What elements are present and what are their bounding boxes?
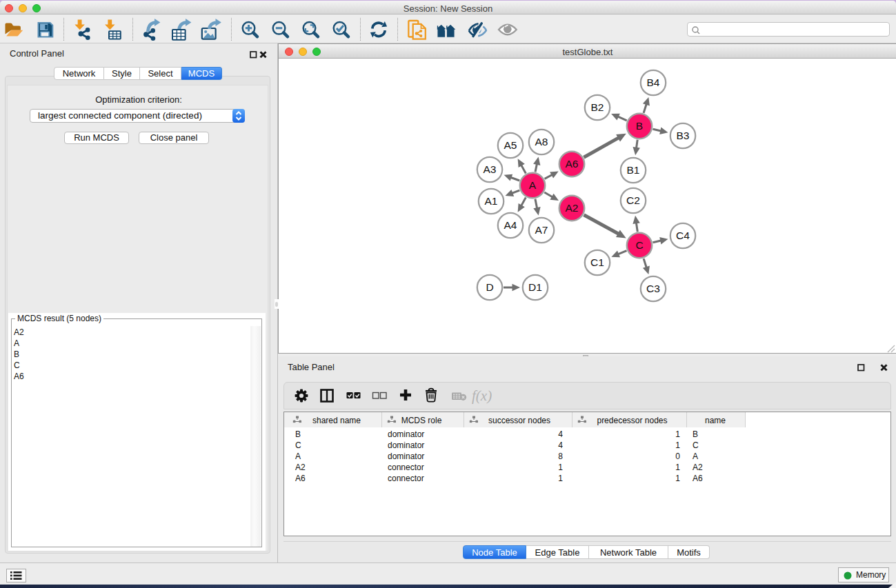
svg-text:D1: D1 [528, 281, 542, 293]
svg-text:dominator: dominator [388, 440, 424, 450]
svg-text:C1: C1 [590, 256, 604, 268]
svg-text:B: B [693, 429, 698, 439]
svg-text:dominator: dominator [388, 429, 424, 439]
svg-text:B: B [295, 429, 301, 439]
svg-text:C2: C2 [626, 194, 640, 206]
svg-text:C: C [295, 440, 301, 450]
svg-text:B1: B1 [627, 164, 640, 176]
svg-text:D: D [486, 281, 493, 293]
svg-text:C3: C3 [646, 283, 660, 294]
svg-text:A7: A7 [535, 224, 548, 236]
svg-text:4: 4 [558, 440, 563, 450]
svg-text:0: 0 [675, 452, 680, 461]
svg-text:A6: A6 [295, 474, 306, 483]
svg-text:MCDS role: MCDS role [401, 416, 442, 425]
svg-text:A8: A8 [535, 136, 548, 148]
svg-text:B2: B2 [591, 101, 604, 113]
svg-text:A6: A6 [566, 158, 579, 170]
svg-text:name: name [705, 416, 726, 425]
svg-text:connector: connector [388, 474, 424, 483]
svg-text:connector: connector [388, 463, 424, 472]
svg-text:8: 8 [558, 452, 563, 461]
svg-text:A5: A5 [504, 139, 517, 151]
svg-text:A3: A3 [484, 163, 497, 175]
svg-text:A6: A6 [693, 474, 703, 483]
svg-text:4: 4 [558, 429, 563, 439]
svg-text:1: 1 [675, 429, 680, 439]
svg-text:dominator: dominator [388, 452, 424, 461]
svg-text:C: C [635, 239, 643, 251]
svg-text:A4: A4 [504, 219, 517, 231]
svg-text:1: 1 [675, 463, 680, 472]
svg-text:A2: A2 [566, 202, 579, 214]
svg-text:A1: A1 [485, 195, 498, 207]
svg-text:B4: B4 [647, 77, 660, 88]
svg-text:1: 1 [675, 474, 680, 483]
svg-text:B3: B3 [677, 130, 690, 141]
svg-text:1: 1 [675, 440, 680, 450]
svg-text:B: B [636, 120, 643, 132]
svg-text:A2: A2 [693, 463, 703, 472]
svg-text:A: A [295, 452, 301, 461]
svg-text:C: C [693, 440, 699, 450]
svg-text:1: 1 [558, 474, 563, 483]
svg-text:A: A [529, 179, 537, 191]
svg-text:predecessor nodes: predecessor nodes [597, 416, 667, 425]
svg-text:A2: A2 [295, 463, 306, 472]
svg-text:shared name: shared name [312, 416, 361, 425]
svg-text:successor nodes: successor nodes [488, 416, 550, 425]
svg-text:1: 1 [558, 463, 563, 472]
svg-text:C4: C4 [676, 230, 690, 241]
svg-text:A: A [693, 452, 698, 461]
svg-text:f(x): f(x) [472, 387, 492, 404]
